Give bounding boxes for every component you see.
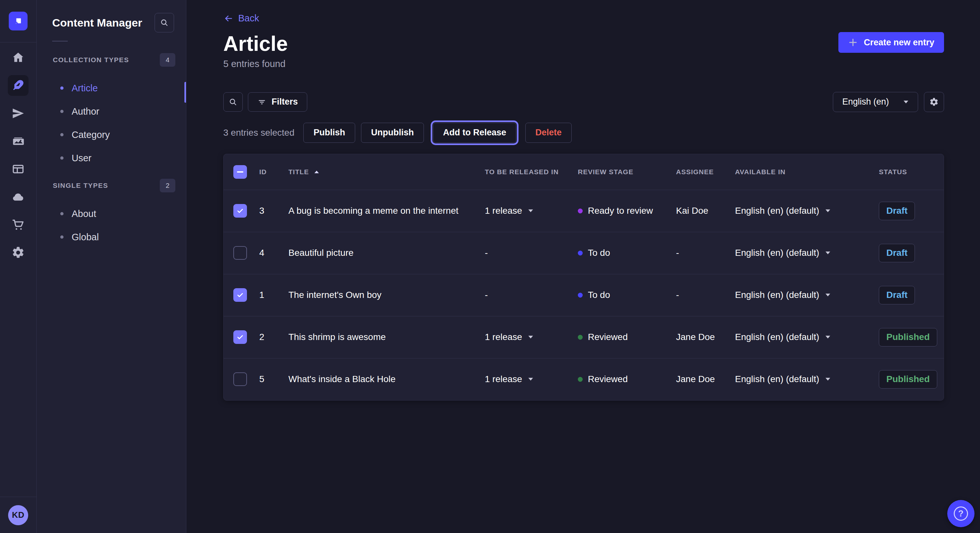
- row-checkbox[interactable]: [233, 330, 247, 344]
- sidebar-item-article[interactable]: Article: [37, 76, 186, 100]
- stage-dot-icon: [578, 335, 583, 339]
- column-header-available-in[interactable]: AVAILABLE IN: [735, 168, 879, 176]
- entry-title: This shrimp is awesome: [288, 332, 485, 342]
- images-icon: [11, 134, 25, 148]
- table-row[interactable]: 3 A bug is becoming a meme on the intern…: [224, 190, 944, 232]
- table-body: 3 A bug is becoming a meme on the intern…: [224, 190, 944, 400]
- locale-select[interactable]: English (en): [833, 92, 918, 112]
- release-cell[interactable]: 1 release: [485, 206, 578, 216]
- nav-deploy[interactable]: [0, 183, 36, 211]
- release-cell[interactable]: 1 release: [485, 332, 578, 342]
- sidebar-item-label: Article: [72, 83, 98, 94]
- column-header-assignee[interactable]: ASSIGNEE: [676, 168, 735, 176]
- entry-title: The internet's Own boy: [288, 290, 485, 300]
- table-header-row: ID TITLE TO BE RELEASED IN REVIEW STAGE …: [224, 154, 944, 190]
- bullet-icon: [60, 86, 64, 90]
- stage-dot-icon: [578, 377, 583, 382]
- available-in-cell[interactable]: English (en) (default): [735, 332, 879, 342]
- status-badge: Published: [879, 370, 937, 389]
- app-root: KD Content Manager COLLECTION TYPES 4 Ar…: [0, 0, 980, 533]
- stage-dot-icon: [578, 293, 583, 298]
- chevron-down-icon: [528, 335, 533, 339]
- row-checkbox[interactable]: [233, 288, 247, 302]
- sidebar-item-about[interactable]: About: [37, 202, 186, 225]
- publish-button[interactable]: Publish: [303, 123, 355, 143]
- entries-table: ID TITLE TO BE RELEASED IN REVIEW STAGE …: [223, 154, 944, 401]
- nav-home[interactable]: [0, 44, 36, 71]
- select-all-checkbox[interactable]: [233, 165, 247, 179]
- selected-count-label: 3 entries selected: [223, 128, 294, 138]
- avatar[interactable]: KD: [8, 505, 28, 525]
- strapi-logo[interactable]: [9, 12, 27, 30]
- available-in-cell[interactable]: English (en) (default): [735, 374, 879, 384]
- entry-title: A bug is becoming a meme on the internet: [288, 206, 485, 216]
- gear-icon: [11, 246, 25, 259]
- chevron-down-icon: [825, 377, 830, 381]
- sidebar-item-label: User: [72, 153, 91, 163]
- column-header-review-stage[interactable]: REVIEW STAGE: [578, 168, 676, 176]
- locale-value: English (en) (default): [735, 290, 819, 300]
- view-settings-button[interactable]: [924, 92, 944, 112]
- unpublish-button[interactable]: Unpublish: [361, 123, 424, 143]
- available-in-cell[interactable]: English (en) (default): [735, 290, 879, 300]
- release-cell[interactable]: -: [485, 248, 578, 258]
- nav-content-manager[interactable]: [0, 71, 36, 99]
- nav-media-library[interactable]: [0, 127, 36, 155]
- sidebar-item-global[interactable]: Global: [37, 225, 186, 249]
- section-count-badge: 4: [160, 53, 175, 67]
- locale-value: English (en) (default): [735, 206, 819, 216]
- main-nav-rail: KD: [0, 0, 37, 533]
- bullet-icon: [60, 133, 64, 136]
- review-stage-cell: Reviewed: [578, 374, 676, 384]
- locale-value: English (en) (default): [735, 248, 819, 258]
- release-value: 1 release: [485, 332, 522, 342]
- cloud-icon: [11, 190, 25, 204]
- help-button[interactable]: ?: [947, 500, 975, 527]
- column-header-id[interactable]: ID: [259, 168, 288, 176]
- table-row[interactable]: 5 What's inside a Black Hole 1 release R…: [224, 358, 944, 400]
- nav-content-type-builder[interactable]: [0, 155, 36, 183]
- nav-releases[interactable]: [0, 99, 36, 127]
- search-icon: [229, 97, 237, 106]
- chevron-down-icon: [903, 100, 909, 104]
- sidebar-item-user[interactable]: User: [37, 146, 186, 170]
- available-in-cell[interactable]: English (en) (default): [735, 248, 879, 258]
- row-checkbox[interactable]: [233, 246, 247, 260]
- table-row[interactable]: 1 The internet's Own boy - To do - Engli…: [224, 274, 944, 316]
- create-new-entry-button[interactable]: Create new entry: [838, 32, 944, 53]
- rail-user-section: KD: [0, 497, 36, 533]
- column-header-title[interactable]: TITLE: [288, 168, 485, 176]
- subnav-search-button[interactable]: [154, 13, 174, 32]
- stage-dot-icon: [578, 209, 583, 213]
- bullet-icon: [60, 235, 64, 239]
- nav-marketplace[interactable]: [0, 211, 36, 239]
- release-cell[interactable]: 1 release: [485, 374, 578, 384]
- row-checkbox[interactable]: [233, 373, 247, 386]
- sidebar-item-author[interactable]: Author: [37, 100, 186, 123]
- row-checkbox[interactable]: [233, 204, 247, 217]
- active-item-indicator: [185, 82, 186, 103]
- layout-icon: [11, 162, 25, 176]
- chevron-down-icon: [528, 377, 533, 381]
- delete-button[interactable]: Delete: [525, 123, 572, 143]
- assignee: Jane Doe: [676, 332, 735, 342]
- entry-id: 5: [259, 374, 288, 384]
- back-link[interactable]: Back: [223, 13, 259, 24]
- filters-button[interactable]: Filters: [248, 92, 307, 112]
- column-header-status[interactable]: STATUS: [879, 168, 934, 176]
- column-header-release[interactable]: TO BE RELEASED IN: [485, 168, 578, 176]
- entry-id: 2: [259, 332, 288, 342]
- search-button[interactable]: [223, 92, 243, 112]
- locale-value: English (en): [842, 97, 889, 107]
- content-manager-subnav: Content Manager COLLECTION TYPES 4 Artic…: [37, 0, 186, 533]
- table-row[interactable]: 2 This shrimp is awesome 1 release Revie…: [224, 316, 944, 358]
- release-cell[interactable]: -: [485, 290, 578, 300]
- assignee: -: [676, 248, 735, 258]
- status-badge: Draft: [879, 286, 915, 305]
- nav-settings[interactable]: [0, 239, 36, 266]
- available-in-cell[interactable]: English (en) (default): [735, 206, 879, 216]
- section-label: SINGLE TYPES: [53, 182, 108, 189]
- sidebar-item-category[interactable]: Category: [37, 123, 186, 146]
- table-row[interactable]: 4 Beautiful picture - To do - English (e…: [224, 232, 944, 274]
- add-to-release-button[interactable]: Add to Release: [433, 123, 516, 143]
